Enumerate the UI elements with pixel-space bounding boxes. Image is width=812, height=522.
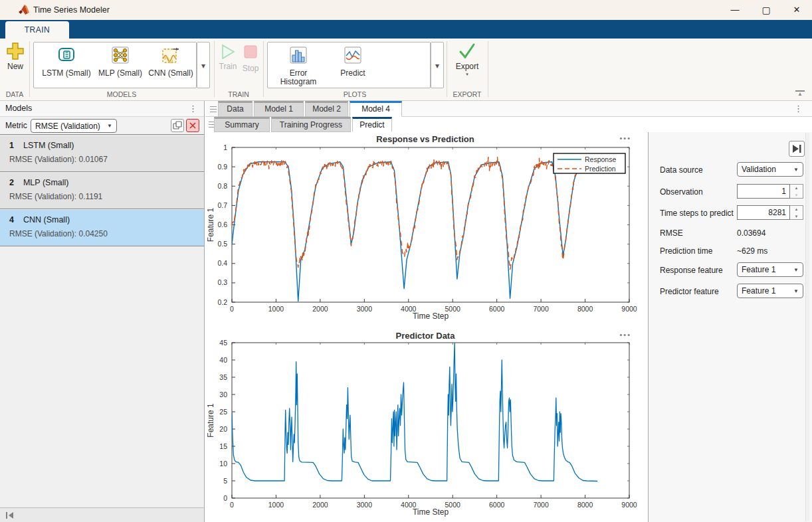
section-label-data: DATA [0, 90, 29, 98]
lstm-model-icon [56, 45, 76, 65]
stop-icon [244, 45, 257, 58]
export-check-icon [458, 43, 476, 60]
svg-text:1: 1 [223, 143, 227, 151]
model-card-cnn-selected[interactable]: 4CNN (Small) RMSE (Validation): 0.04250 [0, 210, 204, 246]
collapse-panel-left-icon[interactable] [5, 511, 15, 519]
model-name: 4CNN (Small) [9, 215, 70, 224]
spinner-up-icon[interactable]: ▲ [790, 185, 803, 192]
svg-text:0.9: 0.9 [217, 163, 227, 171]
gallery-item-label: Predict [328, 69, 378, 78]
svg-text:6000: 6000 [489, 305, 505, 313]
response-prediction-chart-container: Response vs Prediction ••• 0100020003000… [207, 133, 643, 325]
predict-plot-icon [343, 45, 363, 65]
predictor-data-chart: 0100020003000400050006000700080009000051… [207, 329, 643, 522]
close-button[interactable]: ✕ [781, 0, 812, 20]
time-steps-spinner[interactable]: ▲ ▼ [790, 205, 803, 220]
model-card-lstm[interactable]: 1LSTM (Small) RMSE (Validation): 0.01067 [0, 135, 204, 172]
error-histogram-icon [288, 45, 308, 65]
export-button[interactable]: Export ▾ [452, 43, 482, 77]
observation-input[interactable]: 1 [737, 184, 790, 199]
model-index: 2 [9, 178, 14, 187]
chart-options-menu[interactable]: ••• [619, 331, 631, 339]
cnn-model-icon [161, 45, 181, 65]
response-feature-dropdown[interactable]: Feature 1 ▼ [737, 262, 803, 277]
svg-text:1000: 1000 [268, 501, 284, 509]
collapse-panel-button[interactable] [789, 141, 805, 157]
tab-model-1[interactable]: Model 1 [254, 101, 304, 117]
export-dropdown-arrow[interactable]: ▾ [452, 72, 482, 77]
model-name: 1LSTM (Small) [9, 141, 74, 150]
tab-summary[interactable]: Summary [214, 117, 270, 132]
model-card-mlp[interactable]: 2MLP (Small) RMSE (Validation): 0.1191 [0, 173, 204, 209]
models-panel: Models ⋮ Metric RMSE (Validation) ▼ [0, 101, 205, 522]
tab-model-2[interactable]: Model 2 [305, 101, 348, 117]
train-button[interactable]: Train [218, 44, 238, 71]
delete-model-button[interactable] [186, 119, 199, 132]
svg-text:Time Step: Time Step [413, 507, 449, 517]
observation-spinner[interactable]: ▲ ▼ [790, 184, 803, 199]
new-button[interactable]: New [4, 43, 27, 71]
svg-text:25: 25 [219, 408, 227, 416]
svg-text:Time Step: Time Step [413, 311, 449, 321]
svg-text:2000: 2000 [312, 501, 328, 509]
metric-dropdown[interactable]: RMSE (Validation) ▼ [31, 119, 117, 133]
tab-data[interactable]: Data [218, 101, 253, 117]
spinner-up-icon[interactable]: ▲ [790, 206, 803, 213]
svg-text:40: 40 [219, 356, 227, 364]
tab-bar-grip[interactable] [210, 106, 217, 112]
field-label: Predictor feature [660, 287, 719, 296]
maximize-button[interactable]: ▢ [751, 0, 781, 20]
spinner-down-icon[interactable]: ▼ [790, 213, 803, 220]
model-metric-value: RMSE (Validation): 0.01067 [9, 155, 108, 164]
stop-button[interactable]: Stop [241, 45, 260, 73]
field-label: Response feature [660, 266, 723, 275]
duplicate-model-button[interactable] [171, 119, 184, 132]
collapse-toolstrip-button[interactable]: ▲ [795, 90, 805, 97]
tab-predict-active[interactable]: Predict [352, 117, 392, 132]
svg-text:10: 10 [219, 460, 227, 468]
response-prediction-chart: 01000200030004000500060007000800090000.2… [207, 133, 643, 325]
tab-model-4-active[interactable]: Model 4 [350, 101, 402, 117]
gallery-item-predict[interactable]: Predict [328, 45, 378, 86]
tab-training-progress[interactable]: Training Progress [271, 117, 351, 132]
minimize-button[interactable]: — [720, 0, 750, 20]
model-index: 4 [9, 215, 14, 224]
section-label-models: MODELS [29, 90, 214, 98]
toolstrip: New DATA LSTM (Small) [0, 39, 812, 101]
section-label-export: EXPORT [447, 90, 488, 98]
predictor-feature-value: Feature 1 [742, 286, 775, 296]
svg-text:20: 20 [219, 425, 227, 433]
matlab-logo-icon [19, 5, 31, 15]
svg-text:Prediction: Prediction [585, 165, 616, 173]
svg-text:Feature 1: Feature 1 [207, 207, 215, 242]
models-panel-menu[interactable]: ⋮ [189, 104, 197, 113]
svg-text:1000: 1000 [268, 305, 284, 313]
svg-text:2000: 2000 [312, 305, 328, 313]
data-source-dropdown[interactable]: Validation ▼ [737, 162, 803, 177]
gallery-item-label: MLP (Small) [95, 69, 146, 78]
spinner-down-icon[interactable]: ▼ [790, 192, 803, 199]
svg-text:9000: 9000 [621, 501, 637, 509]
time-steps-input[interactable]: 8281 [737, 205, 790, 220]
models-gallery-dropdown[interactable]: ▾ [197, 42, 210, 88]
predictor-feature-dropdown[interactable]: Feature 1 ▼ [737, 284, 803, 298]
chart-title: Predictor Data [207, 331, 643, 341]
chart-title: Response vs Prediction [207, 134, 643, 144]
panel-scrollbar[interactable] [805, 133, 809, 521]
tab-train[interactable]: TRAIN [5, 21, 69, 39]
chart-options-menu[interactable]: ••• [619, 134, 631, 142]
field-label: Time steps to predict [660, 209, 734, 218]
gallery-item-mlp[interactable]: MLP (Small) [95, 45, 146, 86]
plots-gallery-dropdown[interactable]: ▾ [431, 42, 444, 88]
gallery-item-cnn[interactable]: CNN (Small) [146, 45, 196, 86]
gallery-item-lstm[interactable]: LSTM (Small) [41, 45, 92, 86]
document-bar-menu[interactable]: ⋮ [794, 104, 803, 113]
metric-label: Metric [5, 121, 27, 130]
gallery-item-error-histogram[interactable]: Error Histogram [273, 45, 324, 86]
svg-text:0: 0 [230, 305, 234, 313]
data-source-value: Validation [742, 165, 776, 174]
train-play-icon [220, 44, 236, 60]
collapse-arrow-icon: ▲ [795, 92, 805, 97]
section-divider [488, 41, 488, 97]
title-bar: Time Series Modeler — ▢ ✕ [0, 0, 812, 20]
